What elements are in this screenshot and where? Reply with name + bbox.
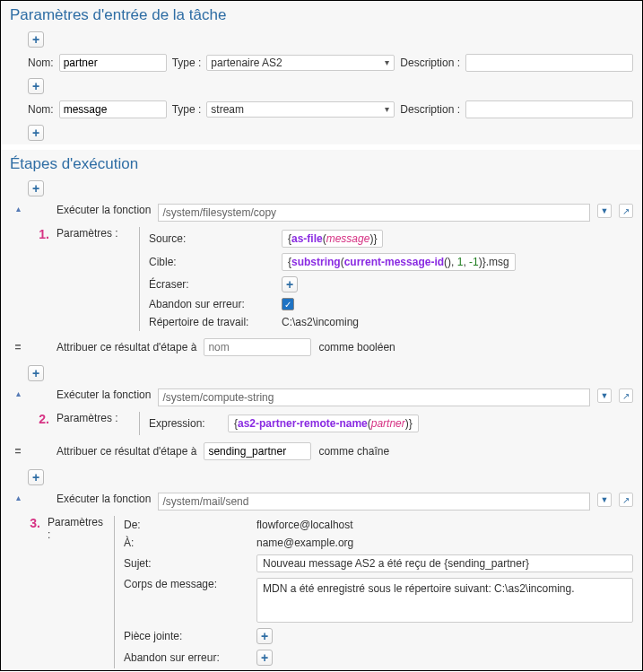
label-executer: Exécuter la fonction [56, 204, 151, 216]
expr-source[interactable]: {as-file(message)} [282, 230, 383, 248]
label-description: Description : [400, 57, 460, 69]
add-step-top-button[interactable]: + [28, 180, 44, 196]
label-executer-3: Exécuter la fonction [56, 493, 151, 505]
input-name-2[interactable] [59, 100, 167, 118]
collapse-icon-2[interactable]: ▴ [10, 388, 26, 398]
label-parametres-2: Paramètres : [56, 412, 128, 424]
add-input-top-button[interactable]: + [28, 31, 44, 48]
input-desc-2[interactable] [465, 100, 633, 118]
label-parametres: Paramètres : [56, 227, 128, 240]
label-nom-2: Nom: [28, 103, 54, 116]
add-input-bottom-button[interactable]: + [28, 125, 44, 141]
expr-expression[interactable]: {as2-partner-remote-name(partner)} [228, 415, 419, 432]
value-de[interactable]: flowforce@localhost [256, 519, 353, 531]
label-expression: Expression: [149, 417, 221, 430]
label-piece: Pièce jointe: [124, 630, 249, 642]
function-dropdown-icon[interactable]: ▼ [597, 204, 612, 218]
value-repertoire[interactable]: C:\as2\incoming [282, 316, 359, 328]
equals-icon: = [10, 341, 26, 353]
input-name-1[interactable] [59, 54, 167, 72]
label-comme-chaine: comme chaîne [318, 445, 389, 458]
function-popout-icon-3[interactable]: ↗ [619, 493, 633, 507]
textarea-corps[interactable]: MDN a été enregistré sous le répertoire … [256, 578, 633, 623]
label-a: À: [124, 537, 249, 549]
label-comme-bool: comme booléen [318, 341, 395, 353]
label-cible: Cible: [149, 256, 274, 268]
value-a[interactable]: name@example.org [256, 537, 353, 549]
step-number-1: 1. [33, 227, 49, 241]
label-abandon: Abandon sur erreur: [149, 298, 274, 310]
function-popout-icon-2[interactable]: ↗ [619, 388, 633, 403]
section-header-inputs: Paramètres d'entrée de la tâche [1, 1, 642, 28]
function-dropdown-icon-2[interactable]: ▼ [597, 388, 612, 403]
input-desc-1[interactable] [465, 54, 633, 72]
piece-add-button[interactable]: + [256, 628, 273, 644]
function-path-input-1[interactable]: /system/filesystem/copy [158, 204, 590, 222]
collapse-icon[interactable]: ▴ [10, 204, 26, 214]
function-path-input-3[interactable]: /system/mail/send [158, 493, 590, 511]
label-nom: Nom: [28, 57, 54, 69]
function-path-input-2[interactable]: /system/compute-string [158, 388, 590, 406]
ecraser-add-button[interactable]: + [282, 276, 298, 292]
label-source: Source: [149, 232, 274, 245]
input-sujet[interactable]: Nouveau message AS2 a été reçu de {sendi… [256, 554, 633, 572]
result-name-input-1[interactable] [204, 338, 311, 356]
add-after-step2-button[interactable]: + [28, 469, 44, 485]
label-attribuer-1: Attribuer ce résultat d'étape à [56, 341, 196, 353]
label-sujet: Sujet: [124, 557, 249, 570]
function-dropdown-icon-3[interactable]: ▼ [597, 493, 612, 507]
label-type-2: Type : [172, 103, 202, 116]
label-description-2: Description : [400, 103, 460, 116]
equals-icon-2: = [10, 445, 26, 458]
label-repertoire: Répertoire de travail: [149, 316, 274, 328]
step-number-3: 3. [29, 516, 40, 530]
label-attribuer-2: Attribuer ce résultat d'étape à [56, 445, 196, 458]
abandon-checkbox[interactable]: ✓ [282, 298, 294, 310]
function-popout-icon[interactable]: ↗ [619, 204, 633, 218]
label-abandon-3: Abandon sur erreur: [124, 651, 249, 664]
section-header-steps: Étapes d'exécution [1, 150, 642, 177]
result-name-input-2[interactable] [204, 442, 311, 460]
step-number-2: 2. [33, 412, 49, 426]
add-after-step1-button[interactable]: + [28, 365, 44, 381]
label-de: De: [124, 519, 249, 531]
add-input-middle-button[interactable]: + [28, 78, 44, 94]
abandon-add-button-3[interactable]: + [256, 650, 273, 666]
label-corps: Corps de message: [124, 578, 249, 590]
collapse-icon-3[interactable]: ▴ [10, 493, 26, 502]
label-ecraser: Écraser: [149, 278, 274, 291]
label-executer-2: Exécuter la fonction [56, 388, 151, 401]
select-type-1[interactable]: partenaire AS2 [206, 55, 395, 71]
select-type-2[interactable]: stream [206, 101, 395, 118]
expr-cible[interactable]: {substring(current-message-id(), 1, -1)}… [282, 253, 516, 271]
label-parametres-3: Paramètres : [48, 516, 103, 541]
label-type: Type : [172, 57, 202, 69]
